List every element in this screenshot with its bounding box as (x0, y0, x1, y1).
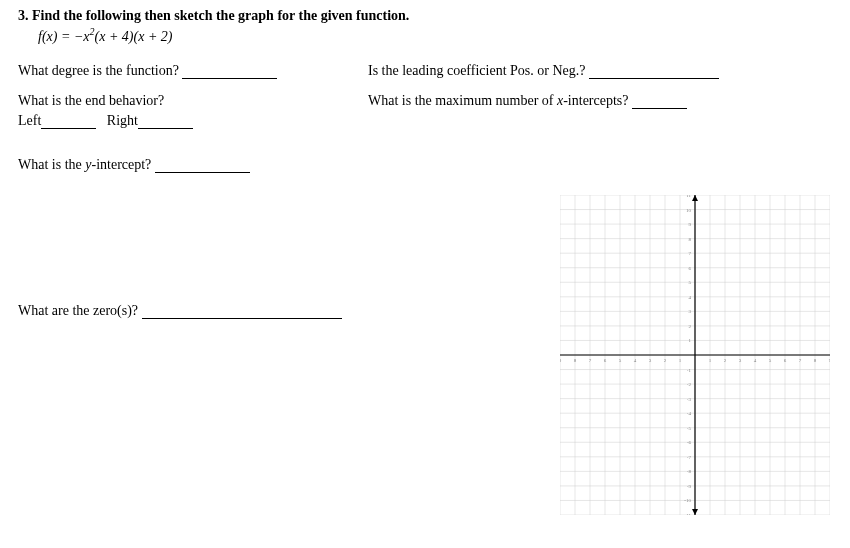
leading-coef-blank[interactable] (589, 65, 719, 79)
end-behavior-right-label: Right (107, 113, 138, 128)
svg-text:11: 11 (686, 195, 691, 198)
svg-text:-11: -11 (685, 513, 692, 515)
coordinate-grid[interactable]: 987654321123456789-11-10-9-8-7-6-5-4-3-2… (560, 195, 830, 519)
svg-text:4: 4 (634, 358, 637, 363)
svg-text:1: 1 (709, 358, 712, 363)
svg-text:2: 2 (664, 358, 667, 363)
svg-text:6: 6 (784, 358, 787, 363)
svg-text:-2: -2 (687, 382, 692, 387)
svg-text:9: 9 (689, 222, 692, 227)
svg-text:-8: -8 (687, 469, 692, 474)
svg-text:4: 4 (689, 295, 692, 300)
svg-text:7: 7 (589, 358, 592, 363)
x-intercepts-prompt: What is the maximum number of x-intercep… (368, 93, 628, 108)
leading-coef-prompt: Is the leading coefficient Pos. or Neg.? (368, 63, 585, 78)
function-equation: f(x) = −x2(x + 4)(x + 2) (38, 26, 832, 45)
svg-text:7: 7 (799, 358, 802, 363)
end-behavior-left-label: Left (18, 113, 41, 128)
svg-text:6: 6 (689, 266, 692, 271)
svg-text:5: 5 (689, 280, 692, 285)
svg-text:-4: -4 (687, 411, 692, 416)
end-behavior-prompt: What is the end behavior? (18, 93, 164, 108)
svg-text:-7: -7 (687, 455, 692, 460)
problem-number: 3. (18, 8, 29, 23)
svg-text:10: 10 (686, 208, 692, 213)
svg-text:2: 2 (724, 358, 727, 363)
grid-svg: 987654321123456789-11-10-9-8-7-6-5-4-3-2… (560, 195, 830, 515)
svg-text:8: 8 (689, 237, 692, 242)
svg-text:8: 8 (814, 358, 817, 363)
svg-text:-3: -3 (687, 397, 692, 402)
svg-text:1: 1 (689, 338, 692, 343)
end-behavior-left-blank[interactable] (41, 115, 96, 129)
svg-text:9: 9 (829, 358, 830, 363)
svg-text:9: 9 (560, 358, 562, 363)
svg-text:6: 6 (604, 358, 607, 363)
svg-text:3: 3 (649, 358, 652, 363)
problem-instruction: Find the following then sketch the graph… (32, 8, 409, 23)
svg-text:3: 3 (739, 358, 742, 363)
svg-text:3: 3 (689, 309, 692, 314)
equation-suffix: (x + 4)(x + 2) (95, 29, 173, 44)
svg-text:2: 2 (689, 324, 692, 329)
degree-blank[interactable] (182, 65, 277, 79)
svg-text:-10: -10 (684, 498, 691, 503)
x-intercepts-blank[interactable] (632, 95, 687, 109)
zeros-blank[interactable] (142, 305, 342, 319)
svg-marker-85 (692, 509, 698, 515)
svg-text:8: 8 (574, 358, 577, 363)
svg-text:5: 5 (619, 358, 622, 363)
equation-prefix: f(x) = −x (38, 29, 90, 44)
svg-text:7: 7 (689, 251, 692, 256)
svg-text:-9: -9 (687, 484, 692, 489)
y-intercept-blank[interactable] (155, 159, 250, 173)
y-intercept-prompt: What is the y-intercept? (18, 157, 151, 172)
svg-text:4: 4 (754, 358, 757, 363)
svg-text:5: 5 (769, 358, 772, 363)
svg-marker-84 (692, 195, 698, 201)
end-behavior-right-blank[interactable] (138, 115, 193, 129)
svg-text:-1: -1 (687, 368, 692, 373)
svg-text:-5: -5 (687, 426, 692, 431)
zeros-prompt: What are the zero(s)? (18, 303, 138, 318)
svg-text:1: 1 (679, 358, 682, 363)
svg-text:-6: -6 (687, 440, 692, 445)
degree-prompt: What degree is the function? (18, 63, 179, 78)
